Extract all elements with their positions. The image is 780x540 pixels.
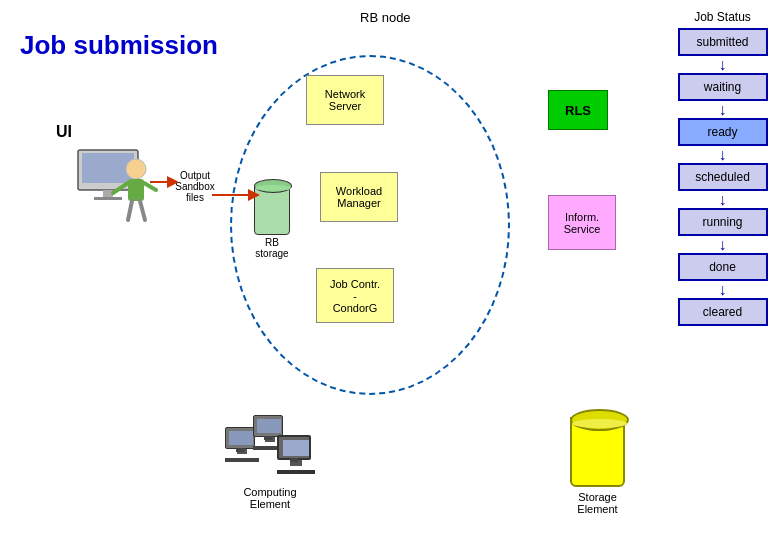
rls-box: RLS [548, 90, 608, 130]
arrow-5: ↓ [675, 238, 770, 252]
svg-text:UI: UI [56, 123, 72, 140]
svg-line-10 [128, 201, 132, 220]
arrow-3: ↓ [675, 148, 770, 162]
workload-manager-label: Workload Manager [336, 185, 382, 209]
status-submitted: submitted [678, 28, 768, 56]
monitor-icon [253, 415, 283, 437]
storage-cylinder-icon [570, 417, 625, 487]
storage-element: Storage Element [570, 417, 625, 515]
main-container: Job submission RB node Job Status submit… [0, 0, 780, 540]
rls-label: RLS [565, 103, 591, 118]
computing-label2: Element [250, 498, 290, 510]
arrow-2: ↓ [675, 103, 770, 117]
status-waiting: waiting [678, 73, 768, 101]
network-server-label: Network Server [325, 88, 365, 112]
status-cleared: cleared [678, 298, 768, 326]
output-line1: Output [180, 170, 210, 181]
computing-element: Computing Element [225, 407, 315, 510]
arrow-6: ↓ [675, 283, 770, 297]
svg-point-6 [126, 159, 146, 179]
computers-icon [225, 407, 315, 482]
job-status-panel: Job Status submitted ↓ waiting ↓ ready ↓… [675, 10, 770, 328]
svg-rect-5 [94, 197, 122, 200]
monitor-icon [225, 427, 255, 449]
status-ready: ready [678, 118, 768, 146]
page-title: Job submission [20, 30, 218, 61]
arrow-1: ↓ [675, 58, 770, 72]
job-status-title: Job Status [675, 10, 770, 24]
arrow-sandbox-rb [210, 185, 260, 205]
output-line2: Sandbox [175, 181, 214, 192]
svg-rect-7 [128, 179, 144, 201]
arrow-person-sandbox [148, 173, 178, 191]
workload-manager-box: Workload Manager [320, 172, 398, 222]
storage-label2: Element [577, 503, 617, 515]
rb-storage-label: RBstorage [254, 237, 290, 259]
rb-node-label: RB node [360, 10, 411, 25]
svg-line-11 [140, 201, 145, 220]
network-server-box: Network Server [306, 75, 384, 125]
job-contr-box: Job Contr. - CondorG [316, 268, 394, 323]
ui-person-figure: UI [48, 115, 158, 225]
inform-service-label: Inform. Service [564, 211, 601, 235]
monitor-icon [277, 435, 311, 460]
inform-service-box: Inform. Service [548, 195, 616, 250]
job-contr-label: Job Contr. - CondorG [330, 278, 380, 314]
arrow-4: ↓ [675, 193, 770, 207]
status-done: done [678, 253, 768, 281]
storage-label1: Storage [578, 491, 617, 503]
status-scheduled: scheduled [678, 163, 768, 191]
output-line3: files [186, 192, 204, 203]
computing-label1: Computing [243, 486, 296, 498]
status-running: running [678, 208, 768, 236]
